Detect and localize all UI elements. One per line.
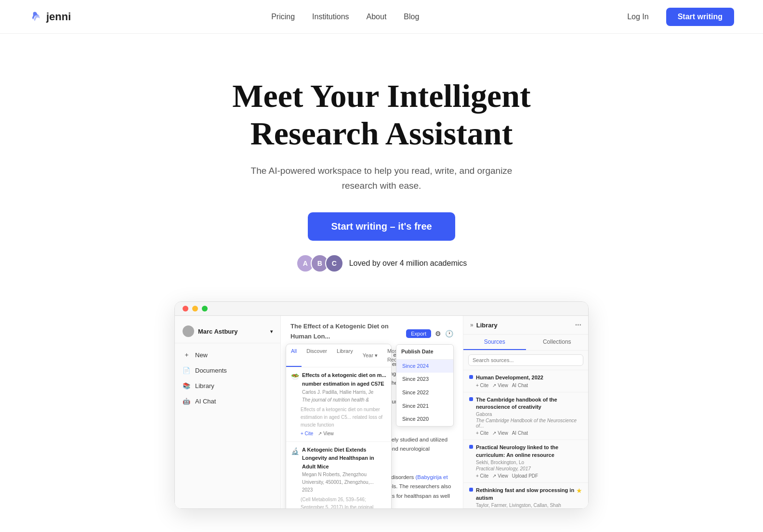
tab-discover[interactable]: Discover bbox=[302, 344, 332, 367]
library-search[interactable] bbox=[463, 350, 588, 370]
chevron-down-icon: ▾ bbox=[270, 329, 273, 334]
year-option-2023[interactable]: Since 2023 bbox=[396, 373, 453, 386]
library-item: Human Development, 2022 + Cite ↗ View AI… bbox=[463, 370, 588, 392]
item4-star[interactable]: ★ bbox=[576, 487, 582, 494]
sidebar-user[interactable]: Marc Astbury ▾ bbox=[175, 322, 280, 343]
library-icon: 📚 bbox=[183, 382, 190, 389]
nav-about[interactable]: About bbox=[367, 13, 387, 21]
nav-institutions[interactable]: Institutions bbox=[312, 13, 349, 21]
editor-header: The Effect of a Ketogenic Diet on Human … bbox=[290, 322, 453, 346]
item2-title: The Cambridge handbook of the neuroscien… bbox=[476, 396, 582, 411]
result1-journal: The journal of nutrition health & bbox=[302, 396, 386, 404]
item1-cite-btn[interactable]: + Cite bbox=[476, 383, 488, 388]
result2-authors: Megan N Roberts, Zhengzhou University, 4… bbox=[302, 471, 386, 486]
library-title: Library bbox=[476, 322, 498, 329]
search-result-2[interactable]: 🔬 A Ketogenic Diet Extends Longevity and… bbox=[286, 441, 391, 509]
item2-cite-btn[interactable]: + Cite bbox=[476, 430, 488, 436]
app-body: Marc Astbury ▾ ＋ New 📄 Documents 📚 Libra… bbox=[175, 316, 588, 508]
item1-actions: + Cite ↗ View AI Chat bbox=[476, 383, 543, 388]
chevron-icon: ▾ bbox=[375, 351, 378, 360]
item3-journal: Practical Neurology, 2017 bbox=[476, 466, 582, 471]
year-option-2021[interactable]: Since 2021 bbox=[396, 400, 453, 413]
item3-title: Practical Neurology linked to the curric… bbox=[476, 444, 582, 459]
sidebar-library-label: Library bbox=[195, 382, 214, 389]
nav-pricing[interactable]: Pricing bbox=[271, 13, 295, 21]
result2-year: 2023 bbox=[302, 486, 386, 494]
result1-title: Effects of a ketogenic diet on m... numb… bbox=[302, 371, 386, 388]
dropdown-tabs: All Discover Library Year ▾ Most Recent … bbox=[286, 344, 391, 367]
year-option-2022[interactable]: Since 2022 bbox=[396, 386, 453, 400]
result1-cite-btn[interactable]: + Cite bbox=[301, 430, 313, 438]
navbar: jenni Pricing Institutions About Blog Lo… bbox=[0, 0, 763, 34]
item3-upload-btn[interactable]: Upload PDF bbox=[512, 473, 538, 479]
preview-topbar bbox=[175, 302, 588, 316]
item4-author: Taylor, Farmer, Livingston, Callan, Shah bbox=[476, 503, 582, 508]
result1-snippet: Effects of a ketogenic diet on number es… bbox=[291, 406, 386, 429]
sidebar-item-library[interactable]: 📚 Library bbox=[175, 378, 280, 393]
login-button[interactable]: Log In bbox=[619, 9, 656, 25]
social-proof: A B C Loved by over 4 million academics bbox=[10, 254, 753, 272]
sidebar-username: Marc Astbury bbox=[198, 328, 238, 335]
lib-tab-sources[interactable]: Sources bbox=[463, 335, 526, 350]
item2-ai-btn[interactable]: AI Chat bbox=[512, 430, 528, 436]
avatar-group: A B C bbox=[296, 254, 343, 272]
tab-library[interactable]: Library bbox=[332, 344, 358, 367]
logo[interactable]: jenni bbox=[29, 10, 71, 24]
library-tabs: Sources Collections bbox=[463, 335, 588, 350]
library-items-list: Human Development, 2022 + Cite ↗ View AI… bbox=[463, 370, 588, 508]
filter-year[interactable]: Year ▾ bbox=[358, 344, 382, 367]
user-avatar bbox=[183, 325, 194, 337]
avatar: C bbox=[325, 254, 343, 272]
tab-all[interactable]: All bbox=[286, 344, 302, 367]
item3-actions: + Cite ↗ View Upload PDF bbox=[476, 473, 582, 479]
more-options-icon[interactable]: ··· bbox=[575, 321, 581, 329]
item1-title: Human Development, 2022 bbox=[476, 374, 543, 381]
item3-cite-btn[interactable]: + Cite bbox=[476, 473, 488, 479]
citation-ref-3: (Babygirija et bbox=[416, 474, 448, 480]
app-editor[interactable]: The Effect of a Ketogenic Diet on Human … bbox=[281, 316, 463, 508]
sidebar-item-new[interactable]: ＋ New bbox=[175, 347, 280, 363]
library-title-row: » Library bbox=[470, 322, 498, 329]
discover-dropdown: All Discover Library Year ▾ Most Recent … bbox=[286, 344, 392, 508]
result1-authors: Carlos J. Padilla, Hallie Harris, Je bbox=[302, 389, 386, 396]
library-item: Practical Neurology linked to the curric… bbox=[463, 440, 588, 483]
nav-blog[interactable]: Blog bbox=[404, 13, 419, 21]
minimize-window-button[interactable] bbox=[192, 306, 198, 311]
sidebar-documents-label: Documents bbox=[195, 367, 227, 374]
maximize-window-button[interactable] bbox=[202, 306, 208, 311]
logo-text: jenni bbox=[46, 11, 71, 23]
sidebar-item-ai-chat[interactable]: 🤖 AI Chat bbox=[175, 393, 280, 409]
item2-content: The Cambridge handbook of the neuroscien… bbox=[476, 396, 582, 436]
clock-icon[interactable]: 🕐 bbox=[445, 328, 453, 339]
lib-tab-collections[interactable]: Collections bbox=[526, 335, 589, 350]
item2-actions: + Cite ↗ View AI Chat bbox=[476, 430, 582, 436]
item2-view-btn[interactable]: ↗ View bbox=[492, 430, 508, 436]
library-search-input[interactable] bbox=[468, 354, 583, 366]
documents-icon: 📄 bbox=[183, 366, 190, 374]
app-preview: Marc Astbury ▾ ＋ New 📄 Documents 📚 Libra… bbox=[165, 301, 598, 509]
result2-content: A Ketogenic Diet Extends Longevity and H… bbox=[302, 446, 386, 494]
social-proof-text: Loved by over 4 million academics bbox=[349, 259, 467, 268]
export-button[interactable]: Export bbox=[406, 329, 431, 338]
item2-author: Gabora bbox=[476, 412, 582, 417]
sidebar-item-documents[interactable]: 📄 Documents bbox=[175, 363, 280, 378]
year-option-2024[interactable]: Since 2024 bbox=[396, 360, 453, 373]
library-item: Rethinking fast and slow processing in a… bbox=[463, 483, 588, 508]
start-writing-button[interactable]: Start writing bbox=[666, 8, 734, 26]
item1-ai-btn[interactable]: AI Chat bbox=[512, 383, 528, 388]
year-submenu-header: Publish Date bbox=[396, 345, 453, 360]
app-sidebar: Marc Astbury ▾ ＋ New 📄 Documents 📚 Libra… bbox=[175, 316, 281, 508]
search-result-1[interactable]: 🥗 Effects of a ketogenic diet on m... nu… bbox=[286, 367, 391, 441]
settings-icon[interactable]: ⚙ bbox=[435, 328, 441, 339]
library-item: The Cambridge handbook of the neuroscien… bbox=[463, 392, 588, 441]
item3-view-btn[interactable]: ↗ View bbox=[492, 473, 508, 479]
hero-cta-button[interactable]: Start writing – it's free bbox=[308, 212, 455, 241]
year-option-2020[interactable]: Since 2020 bbox=[396, 413, 453, 426]
item-color-indicator bbox=[469, 445, 473, 449]
result1-view-btn[interactable]: ↗ View bbox=[318, 430, 333, 438]
year-submenu: Publish Date Since 2024 Since 2023 Since… bbox=[396, 344, 454, 427]
close-window-button[interactable] bbox=[183, 306, 188, 311]
item1-view-btn[interactable]: ↗ View bbox=[492, 383, 508, 388]
nav-right: Log In Start writing bbox=[619, 8, 734, 26]
preview-container: Marc Astbury ▾ ＋ New 📄 Documents 📚 Libra… bbox=[174, 301, 589, 509]
